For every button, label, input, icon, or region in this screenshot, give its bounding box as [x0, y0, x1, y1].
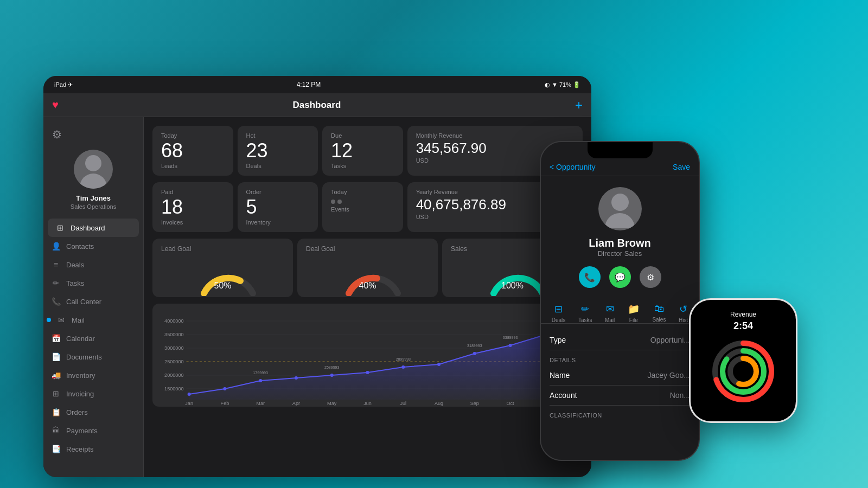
phone-tab-sales[interactable]: 🛍 Sales — [652, 303, 666, 323]
sidebar-item-receipts[interactable]: 📑 Receipts — [43, 440, 143, 458]
tab-tasks-icon: ✏ — [581, 303, 589, 315]
gauges-row: Lead Goal 50% Deal Goal — [152, 239, 583, 297]
svg-text:2899993: 2899993 — [396, 357, 411, 361]
stat-today-label: Today — [161, 132, 225, 139]
stat-order-label: Order — [246, 189, 310, 195]
receipts-icon: 📑 — [51, 445, 61, 453]
phone-tab-deals[interactable]: ⊟ Deals — [552, 303, 566, 323]
phone-back-button[interactable]: < Opportunity — [550, 163, 595, 171]
sidebar-user-name: Tim Jones — [76, 194, 111, 202]
gauge-lead-wrapper: 50% — [196, 258, 250, 291]
tablet-nav-bar: ♥ Dashboard + — [43, 93, 591, 117]
sidebar-label-calendar: Calendar — [66, 335, 95, 343]
svg-text:2500000: 2500000 — [164, 359, 183, 364]
sidebar-item-mail[interactable]: ✉ Mail — [43, 311, 143, 329]
phone-avatar-image — [598, 187, 642, 230]
svg-text:Aug: Aug — [435, 401, 443, 406]
svg-marker-12 — [189, 329, 571, 400]
phone: < Opportunity Save Liam Brown Director S… — [540, 141, 700, 461]
sidebar-item-calendar[interactable]: 📅 Calendar — [43, 329, 143, 348]
tab-deals-icon: ⊟ — [554, 303, 563, 315]
tab-sales-icon: 🛍 — [654, 303, 664, 314]
stat-tasks-value: 12 — [331, 141, 394, 160]
sidebar-item-dashboard[interactable]: ⊞ Dashboard — [48, 219, 139, 237]
svg-text:Mar: Mar — [256, 401, 265, 406]
orders-icon: 📋 — [51, 408, 61, 416]
phone-tab-hist[interactable]: ↺ Hist — [679, 303, 688, 323]
phone-contact-role: Director Sales — [541, 249, 699, 258]
phone-tab-mail[interactable]: ✉ Mail — [605, 303, 615, 323]
stat-events: Today Events — [322, 182, 403, 232]
watch-ring-svg — [708, 336, 778, 407]
stat-deals: Hot 23 Deals — [238, 126, 318, 176]
tab-hist-icon: ↺ — [679, 303, 687, 315]
stats-row-1: Today 68 Leads Hot 23 Deals Due 12 Tasks… — [152, 126, 583, 176]
phone-save-button[interactable]: Save — [673, 163, 690, 171]
svg-text:3500000: 3500000 — [164, 332, 183, 337]
sidebar-label-tasks: Tasks — [66, 279, 84, 287]
sidebar-item-tasks[interactable]: ✏ Tasks — [43, 274, 143, 292]
stats-row-2: Paid 18 Invoices Order 5 Inventory Today… — [152, 182, 583, 232]
type-value: Opportuni... — [650, 336, 690, 344]
documents-icon: 📄 — [51, 352, 61, 361]
sidebar-item-inventory[interactable]: 🚚 Inventory — [43, 366, 143, 384]
gauge-deal-label: 40% — [359, 281, 376, 291]
svg-text:2000000: 2000000 — [164, 373, 183, 378]
sidebar-item-call-center[interactable]: 📞 Call Center — [43, 292, 143, 311]
avatar-image — [74, 150, 113, 189]
tasks-icon: ✏ — [51, 279, 61, 287]
sidebar-label-inventory: Inventory — [66, 371, 95, 380]
phone-avatar — [598, 187, 642, 230]
battery-status: ◐ ▼ 71% 🔋 — [545, 81, 580, 88]
calendar-icon: 📅 — [51, 334, 61, 343]
gauge-deal-title: Deal Goal — [306, 245, 335, 253]
svg-point-13 — [188, 393, 191, 396]
svg-text:Apr: Apr — [292, 401, 300, 406]
payments-icon: 🏛 — [51, 426, 61, 435]
dot-1 — [331, 200, 335, 204]
name-value: Jacey Goo... — [647, 371, 690, 380]
chart-svg: 4000000 3500000 3000000 2500000 2000000 … — [159, 310, 576, 407]
status-left: iPad ✈ — [54, 81, 73, 88]
dashboard-icon: ⊞ — [55, 223, 65, 232]
svg-point-14 — [223, 387, 226, 390]
stat-inventory-sublabel: Inventory — [246, 219, 310, 226]
account-value: Non... — [670, 391, 690, 400]
sidebar-label-payments: Payments — [66, 427, 98, 435]
phone-tab-tasks[interactable]: ✏ Tasks — [578, 303, 592, 323]
sidebar-item-payments[interactable]: 🏛 Payments — [43, 421, 143, 440]
sidebar-item-documents[interactable]: 📄 Documents — [43, 348, 143, 366]
svg-text:1500000: 1500000 — [164, 386, 183, 391]
revenue-chart: 4000000 3500000 3000000 2500000 2000000 … — [152, 304, 583, 407]
sidebar-label-receipts: Receipts — [66, 445, 94, 453]
phone-tabs: ⊟ Deals ✏ Tasks ✉ Mail 📁 File 🛍 Sales ↺ — [541, 299, 699, 324]
avatar-body — [80, 174, 107, 189]
phone-tab-file[interactable]: 📁 File — [628, 303, 640, 323]
invoicing-icon: ⊞ — [51, 389, 61, 398]
gauge-sales-wrapper: 100% — [486, 258, 540, 291]
nav-plus-button[interactable]: + — [575, 98, 583, 113]
svg-text:3389993: 3389993 — [503, 336, 518, 339]
sidebar-item-invoicing[interactable]: ⊞ Invoicing — [43, 384, 143, 403]
sidebar-item-contacts[interactable]: 👤 Contacts — [43, 237, 143, 255]
phone-message-button[interactable]: 💬 — [609, 266, 631, 288]
sidebar-item-deals[interactable]: ≡ Deals — [43, 255, 143, 274]
sidebar-item-orders[interactable]: 📋 Orders — [43, 403, 143, 421]
phone-settings-button[interactable]: ⚙ — [640, 266, 661, 288]
svg-point-21 — [473, 352, 476, 355]
sidebar-label-documents: Documents — [66, 353, 102, 361]
gear-icon[interactable]: ⚙ — [52, 128, 62, 141]
sidebar-label-invoicing: Invoicing — [66, 390, 94, 398]
tablet-body: ⚙ Tim Jones Sales Operations ⊞ Dashboard… — [43, 117, 591, 477]
status-time: 4:12 PM — [297, 81, 321, 88]
classification-section-header: CLASSIFICATION — [550, 412, 690, 419]
phone-contact-name: Liam Brown — [541, 237, 699, 249]
stat-events-sublabel: Events — [331, 206, 394, 213]
sidebar-label-mail: Mail — [72, 316, 85, 324]
tab-hist-label: Hist — [679, 317, 688, 323]
phone-call-button[interactable]: 📞 — [579, 266, 601, 288]
watch-screen: Revenue 2:54 — [691, 300, 796, 421]
gauge-sales-label: 100% — [501, 281, 524, 291]
tab-sales-label: Sales — [652, 317, 666, 323]
phone-content: < Opportunity Save Liam Brown Director S… — [541, 142, 699, 460]
